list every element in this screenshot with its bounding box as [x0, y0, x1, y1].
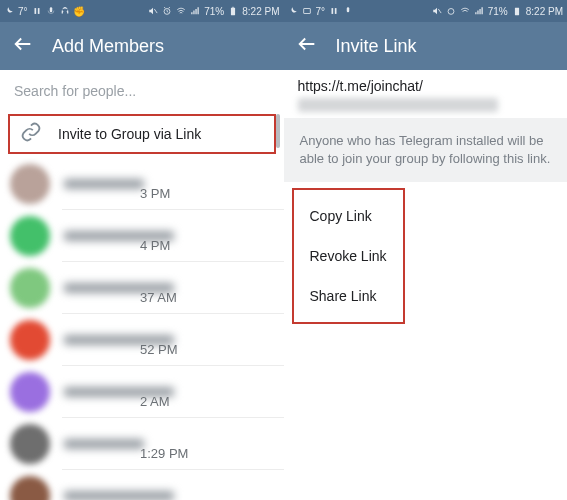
back-button[interactable] — [296, 33, 318, 59]
alarm-icon — [446, 6, 456, 16]
contact-item[interactable]: 37 AM — [0, 262, 284, 314]
svg-rect-8 — [332, 8, 334, 14]
screen-add-members: 7° ✊ 71% — [0, 0, 284, 500]
contact-time: 37 AM — [140, 290, 177, 305]
battery-icon — [512, 6, 522, 16]
invite-via-link-button[interactable]: Invite to Group via Link — [8, 114, 276, 154]
contact-time: 4 PM — [140, 238, 170, 253]
search-placeholder: Search for people... — [14, 83, 136, 99]
moon-icon — [288, 6, 298, 16]
svg-rect-7 — [303, 9, 310, 14]
avatar — [10, 216, 50, 256]
status-temperature: 7° — [316, 6, 326, 17]
app-bar: Add Members — [0, 22, 284, 70]
status-time: 8:22 PM — [526, 6, 563, 17]
contacts-list: 3 PM 4 PM 37 AM 52 PM 2 AM — [0, 158, 284, 500]
moon-icon — [4, 6, 14, 16]
back-button[interactable] — [12, 33, 34, 59]
mic-icon — [46, 6, 56, 16]
svg-rect-9 — [335, 8, 337, 14]
avatar — [10, 424, 50, 464]
status-left: 7° ✊ — [4, 6, 84, 17]
hand-icon: ✊ — [74, 6, 84, 16]
avatar — [10, 268, 50, 308]
link-actions-box: Copy Link Revoke Link Share Link — [292, 188, 405, 324]
mute-icon — [432, 6, 442, 16]
mic-icon — [343, 6, 353, 16]
contact-time: 1:29 PM — [140, 446, 188, 461]
status-right: 71% 8:22 PM — [432, 6, 563, 17]
contact-name-blurred — [64, 439, 144, 449]
svg-line-11 — [438, 9, 441, 13]
avatar — [10, 476, 50, 500]
pause-icon — [32, 6, 42, 16]
battery-percent: 71% — [488, 6, 508, 17]
copy-link-button[interactable]: Copy Link — [308, 196, 389, 236]
svg-rect-1 — [37, 8, 39, 14]
contact-item[interactable]: :41 PM — [0, 470, 284, 500]
contact-time: 52 PM — [140, 342, 178, 357]
link-icon — [20, 121, 42, 147]
alarm-icon — [162, 6, 172, 16]
revoke-link-button[interactable]: Revoke Link — [308, 236, 389, 276]
invite-via-link-label: Invite to Group via Link — [58, 126, 201, 142]
contact-name-blurred — [64, 179, 144, 189]
mute-icon — [148, 6, 158, 16]
contact-text: 3 PM — [64, 179, 274, 189]
wifi-icon — [176, 6, 186, 16]
contact-item[interactable]: 3 PM — [0, 158, 284, 210]
status-right: 71% 8:22 PM — [148, 6, 279, 17]
status-time: 8:22 PM — [242, 6, 279, 17]
svg-rect-10 — [347, 7, 350, 12]
signal-icon — [474, 6, 484, 16]
page-title: Add Members — [52, 36, 164, 57]
screenshot-icon — [302, 6, 312, 16]
signal-icon — [190, 6, 200, 16]
app-bar: Invite Link — [284, 22, 568, 70]
svg-rect-0 — [34, 8, 36, 14]
svg-point-12 — [448, 9, 454, 15]
share-link-button[interactable]: Share Link — [308, 276, 389, 316]
contact-item[interactable]: 1:29 PM — [0, 418, 284, 470]
svg-rect-13 — [515, 8, 519, 16]
screen-invite-link: 7° 71% 8:22 PM — [284, 0, 568, 500]
battery-icon — [228, 6, 238, 16]
contact-item[interactable]: 2 AM — [0, 366, 284, 418]
scroll-indicator[interactable] — [276, 114, 280, 148]
contact-item[interactable]: 52 PM — [0, 314, 284, 366]
contact-time: 3 PM — [140, 186, 170, 201]
search-input[interactable]: Search for people... — [0, 70, 284, 112]
invite-link-row-wrap: Invite to Group via Link — [0, 112, 284, 158]
status-temperature: 7° — [18, 6, 28, 17]
page-title: Invite Link — [336, 36, 417, 57]
invite-info-text: Anyone who has Telegram installed will b… — [284, 118, 568, 182]
svg-line-3 — [154, 9, 157, 13]
svg-rect-2 — [49, 7, 52, 12]
avatar — [10, 372, 50, 412]
headphones-icon — [60, 6, 70, 16]
svg-rect-6 — [232, 7, 234, 8]
invite-url-hidden-part — [298, 98, 498, 112]
wifi-icon — [460, 6, 470, 16]
status-bar: 7° 71% 8:22 PM — [284, 0, 568, 22]
avatar — [10, 320, 50, 360]
status-left: 7° — [288, 6, 354, 17]
contact-time: 2 AM — [140, 394, 170, 409]
invite-url-box[interactable]: https://t.me/joinchat/ — [284, 70, 568, 118]
invite-url: https://t.me/joinchat/ — [298, 78, 554, 94]
contact-item[interactable]: 4 PM — [0, 210, 284, 262]
battery-percent: 71% — [204, 6, 224, 17]
pause-icon — [329, 6, 339, 16]
status-bar: 7° ✊ 71% — [0, 0, 284, 22]
avatar — [10, 164, 50, 204]
svg-rect-5 — [231, 8, 235, 16]
